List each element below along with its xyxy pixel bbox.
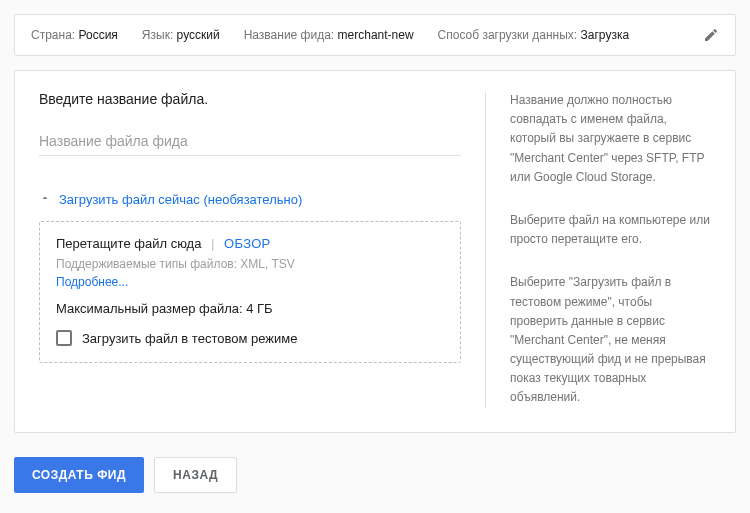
main-card: Введите название файла. Загрузить файл с… bbox=[14, 70, 736, 433]
supported-types: Поддерживаемые типы файлов: XML, TSV bbox=[56, 257, 295, 271]
dropzone-text: Перетащите файл сюда bbox=[56, 236, 201, 251]
help-upload-a: Выберите файл на компьютере или просто п… bbox=[510, 211, 711, 249]
summary-language: Язык: русский bbox=[142, 28, 220, 42]
test-mode-label: Загрузить файл в тестовом режиме bbox=[82, 331, 297, 346]
feed-filename-input[interactable] bbox=[39, 129, 461, 156]
pencil-icon bbox=[703, 27, 719, 43]
back-button[interactable]: Назад bbox=[154, 457, 237, 493]
summary-method: Способ загрузки данных: Загрузка bbox=[438, 28, 630, 42]
create-feed-button[interactable]: Создать фид bbox=[14, 457, 144, 493]
upload-now-expander-label: Загрузить файл сейчас (необязательно) bbox=[59, 192, 302, 207]
learn-more-link[interactable]: Подробнее... bbox=[56, 273, 128, 291]
upload-now-expander[interactable]: Загрузить файл сейчас (необязательно) bbox=[39, 192, 461, 207]
summary-feedname-label: Название фида: bbox=[244, 28, 335, 42]
test-mode-checkbox[interactable] bbox=[56, 330, 72, 346]
summary-language-value: русский bbox=[177, 28, 220, 42]
summary-bar: Страна: Россия Язык: русский Название фи… bbox=[14, 14, 736, 56]
edit-summary-button[interactable] bbox=[703, 27, 719, 43]
browse-button[interactable]: ОБЗОР bbox=[224, 236, 271, 251]
summary-method-label: Способ загрузки данных: bbox=[438, 28, 578, 42]
summary-language-label: Язык: bbox=[142, 28, 173, 42]
filename-heading: Введите название файла. bbox=[39, 91, 461, 107]
help-upload-b: Выберите "Загрузить файл в тестовом режи… bbox=[510, 273, 711, 407]
summary-method-value: Загрузка bbox=[581, 28, 630, 42]
max-file-size: Максимальный размер файла: 4 ГБ bbox=[56, 301, 444, 316]
summary-country-label: Страна: bbox=[31, 28, 75, 42]
chevron-up-icon bbox=[39, 192, 51, 207]
upload-dropzone[interactable]: Перетащите файл сюда | ОБЗОР Поддерживае… bbox=[39, 221, 461, 363]
dropzone-sep: | bbox=[211, 236, 214, 251]
footer-actions: Создать фид Назад bbox=[14, 457, 736, 493]
summary-country-value: Россия bbox=[79, 28, 118, 42]
help-filename: Название должно полностью совпадать с им… bbox=[510, 91, 711, 187]
summary-country: Страна: Россия bbox=[31, 28, 118, 42]
summary-feedname-value: merchant-new bbox=[338, 28, 414, 42]
summary-feedname: Название фида: merchant-new bbox=[244, 28, 414, 42]
